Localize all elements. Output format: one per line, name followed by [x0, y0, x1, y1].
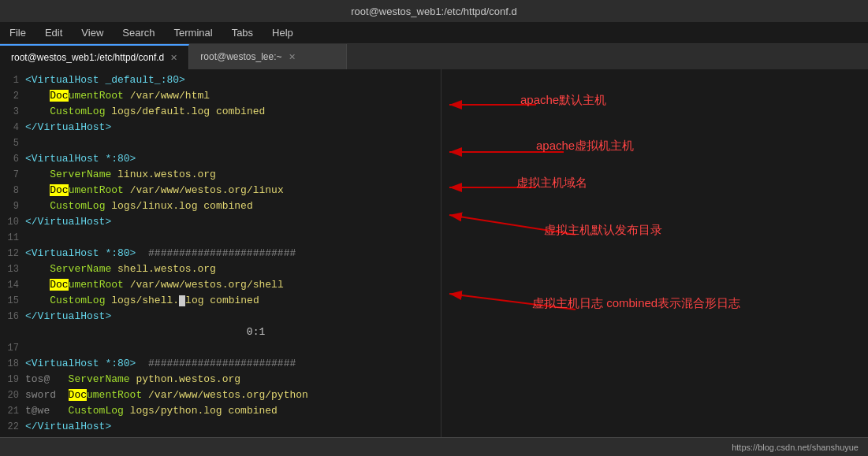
menu-bar: File Edit View Search Terminal Tabs Help — [0, 22, 868, 44]
menu-edit[interactable]: Edit — [42, 25, 65, 40]
code-line-7: 7 ServerName linux.westos.org — [0, 167, 441, 183]
menu-search[interactable]: Search — [119, 25, 158, 40]
annotation-1: apache默认主机 — [520, 93, 606, 108]
code-line-9: 9 CustomLog logs/linux.log combined — [0, 198, 441, 214]
tab-inactive[interactable]: root@westos_lee:~ ✕ — [189, 44, 347, 69]
code-line-8: 8 DocumentRoot /var/www/westos.org/linux — [0, 183, 441, 198]
menu-view[interactable]: View — [78, 25, 106, 40]
arrows-svg — [441, 69, 868, 437]
menu-tabs[interactable]: Tabs — [229, 25, 256, 40]
code-line-22: 22 </VirtualHost> — [0, 419, 441, 435]
code-line-1: 1 <VirtualHost _default_:80> — [0, 72, 441, 88]
menu-help[interactable]: Help — [269, 25, 296, 40]
code-line-18: 18 <VirtualHost *:80> ##################… — [0, 356, 441, 372]
code-line-status: 0:1 — [0, 324, 441, 340]
code-line-15: 15 CustomLog logs/shell.log combined — [0, 293, 441, 309]
title-text: root@westos_web1:/etc/httpd/conf.d — [351, 6, 516, 17]
code-line-14: 14 DocumentRoot /var/www/westos.org/shel… — [0, 277, 441, 293]
status-bar: https://blog.csdn.net/shanshuyue — [0, 437, 868, 456]
tab-active-close[interactable]: ✕ — [170, 53, 177, 63]
code-line-3: 3 CustomLog logs/default.log combined — [0, 104, 441, 120]
tab-active[interactable]: root@westos_web1:/etc/httpd/conf.d ✕ — [0, 44, 189, 69]
code-line-6: 6 <VirtualHost *:80> — [0, 151, 441, 167]
code-line-5: 5 — [0, 135, 441, 151]
annotation-area: apache默认主机 apache虚拟机主机 虚拟主机域名 虚拟主机默认发布目录… — [441, 69, 868, 437]
menu-file[interactable]: File — [6, 25, 29, 40]
code-line-2: 2 DocumentRoot /var/www/html — [0, 88, 441, 104]
terminal-line-1: root@westos_lee ~]# firefox & — [0, 435, 441, 437]
title-bar: root@westos_web1:/etc/httpd/conf.d — [0, 0, 868, 22]
code-line-16: 16 </VirtualHost> — [0, 309, 441, 324]
code-line-21: 21 t@we CustomLog logs/python.log combin… — [0, 403, 441, 419]
tab-inactive-close[interactable]: ✕ — [289, 52, 296, 62]
annotation-3: 虚拟主机域名 — [516, 176, 587, 191]
status-right: https://blog.csdn.net/shanshuyue — [732, 443, 859, 452]
tab-active-label: root@westos_web1:/etc/httpd/conf.d — [11, 52, 164, 63]
code-line-10: 10 </VirtualHost> — [0, 214, 441, 230]
code-line-4: 4 </VirtualHost> — [0, 120, 441, 135]
code-line-19: 19 tos@ ServerName python.westos.org — [0, 372, 441, 387]
code-line-12: 12 <VirtualHost *:80> ##################… — [0, 246, 441, 261]
tab-inactive-label: root@westos_lee:~ — [200, 51, 281, 62]
code-line-17: 17 — [0, 340, 441, 356]
tab-bar: root@westos_web1:/etc/httpd/conf.d ✕ roo… — [0, 44, 868, 69]
annotation-2: apache虚拟机主机 — [536, 139, 634, 154]
editor-container: 1 <VirtualHost _default_:80> 2 DocumentR… — [0, 69, 868, 437]
annotation-4: 虚拟主机默认发布目录 — [544, 223, 662, 238]
menu-terminal[interactable]: Terminal — [171, 25, 216, 40]
annotation-5: 虚拟主机日志 combined表示混合形日志 — [532, 296, 740, 311]
code-line-20: 20 sword DocumentRoot /var/www/westos.or… — [0, 387, 441, 403]
editor-area[interactable]: 1 <VirtualHost _default_:80> 2 DocumentR… — [0, 69, 441, 437]
code-line-13: 13 ServerName shell.westos.org — [0, 261, 441, 277]
code-line-11: 11 — [0, 230, 441, 246]
